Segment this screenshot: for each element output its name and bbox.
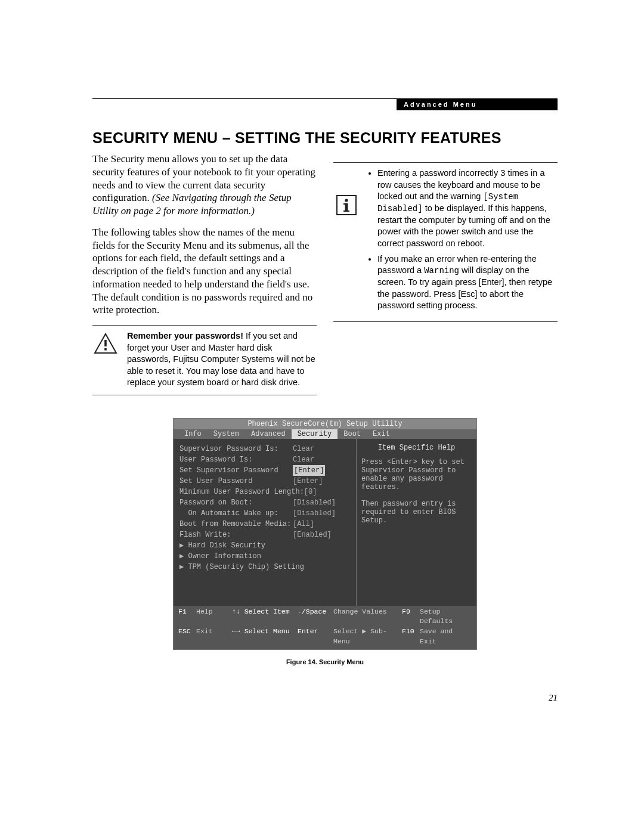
bios-field-row: Set Supervisor Password[Enter] [179,465,352,476]
bios-tab-bar: InfoSystemAdvancedSecurityBootExit [174,429,476,439]
space-key: -/Space [298,607,333,627]
page-title: SECURITY MENU – SETTING THE SECURITY FEA… [92,129,558,147]
bios-tab-exit: Exit [367,429,396,439]
right-column: Entering a password incorrectly 3 times … [333,153,558,395]
bios-field-label: Minimum User Password Length: [179,487,304,497]
svg-rect-6 [343,210,349,212]
info-bullet-1: Entering a password incorrectly 3 times … [377,168,558,250]
svg-rect-1 [104,340,107,346]
bios-field-value: [0] [304,487,317,497]
bios-field-row: ▶ TPM (Security Chip) Setting [179,562,352,572]
bios-help-body: Press <Enter> key to set Supervisor Pass… [361,458,472,525]
bios-field-label: Flash Write: [179,529,293,540]
bios-field-row: Minimum User Password Length:[0] [179,487,352,497]
bios-field-label: Set Supervisor Password [179,465,293,476]
bios-field-label: Supervisor Password Is: [179,444,293,454]
bios-field-row: Supervisor Password Is:Clear [179,444,352,454]
bios-help-panel: Item Specific Help Press <Enter> key to … [356,439,476,606]
bios-body: Supervisor Password Is:ClearUser Passwor… [174,439,476,606]
bios-tab-security: Security [292,429,338,439]
bios-footer-row-1: F1 Help ↑↓ Select Item -/Space Change Va… [178,607,472,627]
f10-key: F10 [402,627,420,646]
bios-field-value: [Enter] [293,465,325,476]
bios-field-row: Flash Write:[Enabled] [179,529,352,540]
figure-caption: Figure 14. Security Menu [173,658,477,665]
bios-field-label: User Password Is: [179,454,293,465]
bios-field-label: ▶ Owner Information [179,551,293,562]
svg-rect-7 [343,203,346,205]
bios-field-label: Boot from Removable Media: [179,519,293,529]
f9-key: F9 [402,607,420,627]
intro-paragraph-1: The Security menu allows you to set up t… [92,153,317,218]
info-bullet-2: If you make an error when re-entering th… [377,253,558,312]
bios-field-value: [All] [293,519,314,529]
arrows-lr: ←→ Select Menu [232,627,298,646]
bios-field-value: [Disabled] [293,497,336,508]
warning-bold: Remember your passwords! [127,331,243,340]
body-columns: The Security menu allows you to set up t… [92,153,558,395]
change-values-label: Change Values [333,607,402,627]
bios-field-row: Boot from Removable Media:[All] [179,519,352,529]
bios-field-label: Set User Password [179,476,293,487]
bios-field-row: ▶ Owner Information [179,551,352,562]
arrows-ud: ↑↓ Select Item [232,607,298,627]
svg-point-4 [345,199,348,202]
bios-field-label: Password on Boot: [179,497,293,508]
select-submenu-label: Select ▶ Sub-Menu [333,627,402,646]
setup-defaults-label: Setup Defaults [420,607,472,627]
bios-fields-panel: Supervisor Password Is:ClearUser Passwor… [174,439,356,606]
page-number: 21 [549,693,558,703]
bios-field-label: ▶ Hard Disk Security [179,540,293,551]
bios-field-value: Clear [293,454,314,465]
bios-footer-row-2: ESC Exit ←→ Select Menu Enter Select ▶ S… [178,627,472,646]
bios-footer: F1 Help ↑↓ Select Item -/Space Change Va… [174,606,476,649]
bios-field-row: User Password Is:Clear [179,454,352,465]
warning-callout: Remember your passwords! If you set and … [92,325,317,395]
bios-window: Phoenix SecureCore(tm) Setup Utility Inf… [173,418,477,650]
bios-field-value: [Enabled] [293,529,332,540]
enter-key: Enter [298,627,333,646]
save-exit-label: Save and Exit [420,627,472,646]
bios-field-row: Set User Password[Enter] [179,476,352,487]
bios-figure: Phoenix SecureCore(tm) Setup Utility Inf… [173,418,477,665]
bios-field-label: ▶ TPM (Security Chip) Setting [179,562,304,572]
bios-field-row: ▶ Hard Disk Security [179,540,352,551]
bios-field-value: [Enter] [293,476,323,487]
warning-text: Remember your passwords! If you set and … [127,330,317,389]
bios-field-value: Clear [293,444,314,454]
left-column: The Security menu allows you to set up t… [92,153,317,395]
bios-field-value: [Disabled] [293,508,336,519]
f1-label: Help [196,607,232,627]
exit-label: Exit [196,627,232,646]
info-icon [333,168,360,215]
f1-key: F1 [178,607,196,627]
chapter-tag: Advanced Menu [397,98,558,110]
document-page: Advanced Menu SECURITY MENU – SETTING TH… [0,0,644,833]
bios-tab-info: Info [178,429,208,439]
bios-field-row: On Automatic Wake up:[Disabled] [179,508,352,519]
info-text: Entering a password incorrectly 3 times … [368,168,558,315]
bios-help-title: Item Specific Help [361,444,472,452]
bios-field-row: Password on Boot:[Disabled] [179,497,352,508]
intro-paragraph-2: The following tables show the names of t… [92,226,317,317]
bios-field-label: On Automatic Wake up: [179,508,293,519]
svg-rect-2 [104,348,107,351]
b2-code: Warning [424,266,459,275]
bios-tab-system: System [208,429,245,439]
b1a: Entering a password incorrectly 3 times … [377,168,544,201]
bios-tab-boot: Boot [338,429,367,439]
esc-key: ESC [178,627,196,646]
bios-tab-advanced: Advanced [245,429,292,439]
info-callout: Entering a password incorrectly 3 times … [333,162,558,322]
bios-title: Phoenix SecureCore(tm) Setup Utility [174,419,476,429]
warning-icon [92,330,119,354]
